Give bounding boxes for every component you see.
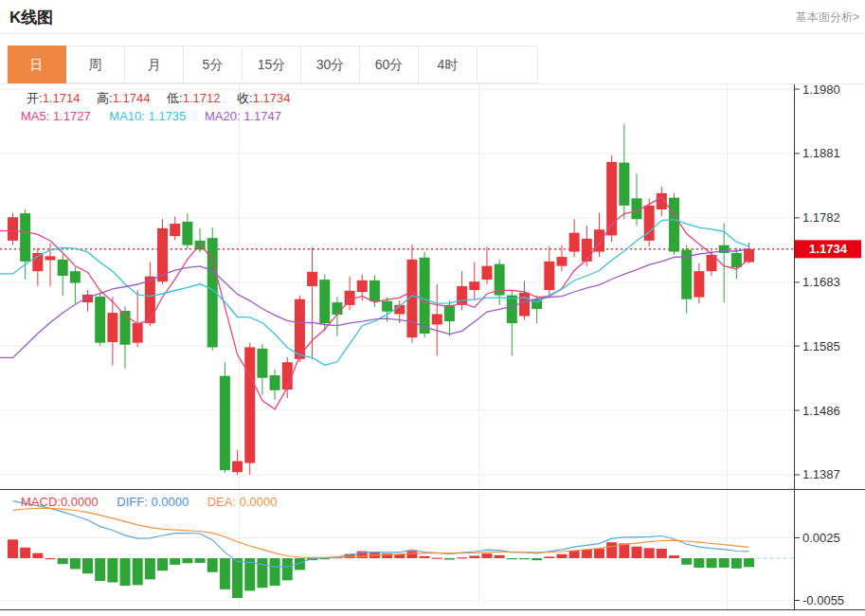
pane-frame — [0, 84, 865, 610]
header-divider — [0, 33, 865, 34]
price-axis-labels: 1.19801.18811.17821.16831.15851.14861.13… — [794, 84, 840, 481]
ohlc-legend: 开:1.1714 高:1.1744 低:1.1712 收:1.1734 — [27, 90, 303, 107]
macd-axis-labels: 0.0025-0.0055 — [794, 531, 844, 607]
price-axis-label: 1.1486 — [802, 404, 840, 418]
tab-week[interactable]: 周 — [66, 46, 125, 82]
tab-day[interactable]: 日 — [8, 45, 66, 83]
high-label: 高: — [97, 91, 113, 105]
diff-legend-item: DIFF: 0.0000 — [117, 495, 189, 509]
high-value: 1.1744 — [113, 91, 151, 105]
tab-month[interactable]: 月 — [125, 46, 184, 82]
low-value: 1.1712 — [183, 91, 221, 105]
price-axis-label: 1.1683 — [802, 275, 840, 289]
current-price-badge: 1.1734 — [795, 240, 861, 258]
ma10-legend-item: MA10: 1.1735 — [109, 109, 186, 123]
macd-bars — [8, 539, 754, 598]
macd-legend-item: MACD:0.0000 — [21, 495, 99, 509]
ma-legend: MA5: 1.1727 MA10: 1.1735 MA20: 1.1747 — [21, 109, 297, 123]
price-axis-label: 1.1980 — [802, 84, 840, 97]
ma5-legend-item: MA5: 1.1727 — [21, 109, 91, 123]
tab-5min[interactable]: 5分 — [184, 46, 243, 82]
kline-chart[interactable]: 1.19801.18811.17821.16831.15851.14861.13… — [0, 84, 865, 616]
macd-axis-label: -0.0055 — [802, 593, 844, 607]
close-label: 收: — [237, 91, 253, 105]
dea-legend-item: DEA: 0.0000 — [207, 495, 278, 509]
macd-axis-label: 0.0025 — [802, 531, 840, 545]
gridlines — [0, 84, 794, 610]
macd-legend: MACD:0.0000 DIFF: 0.0000 DEA: 0.0000 — [21, 495, 293, 509]
price-axis-label: 1.1881 — [802, 146, 840, 160]
page-title: K线图 — [9, 7, 53, 28]
open-label: 开: — [27, 91, 43, 105]
close-value: 1.1734 — [253, 91, 291, 105]
svg-text:1.1734: 1.1734 — [809, 242, 848, 256]
ma20-legend-item: MA20: 1.1747 — [205, 109, 281, 123]
period-tabbar: 日 周 月 5分 15分 30分 60分 4时 — [8, 45, 538, 83]
tab-4hour[interactable]: 4时 — [419, 46, 478, 82]
price-axis-label: 1.1585 — [802, 339, 840, 353]
low-label: 低: — [167, 91, 183, 105]
chart-area: 1.19801.18811.17821.16831.15851.14861.13… — [0, 83, 865, 616]
kline-page: K线图 基本面分析> 日 周 月 5分 15分 30分 60分 4时 1.198… — [0, 0, 865, 616]
price-axis-label: 1.1387 — [802, 467, 840, 481]
fundamental-analysis-link[interactable]: 基本面分析> — [796, 9, 859, 26]
price-axis-label: 1.1782 — [802, 210, 840, 225]
tab-15min[interactable]: 15分 — [243, 46, 301, 82]
candles — [8, 124, 754, 475]
open-value: 1.1714 — [43, 91, 81, 105]
tabbar-filler — [478, 46, 537, 82]
tab-30min[interactable]: 30分 — [301, 46, 360, 82]
tab-60min[interactable]: 60分 — [360, 46, 419, 82]
